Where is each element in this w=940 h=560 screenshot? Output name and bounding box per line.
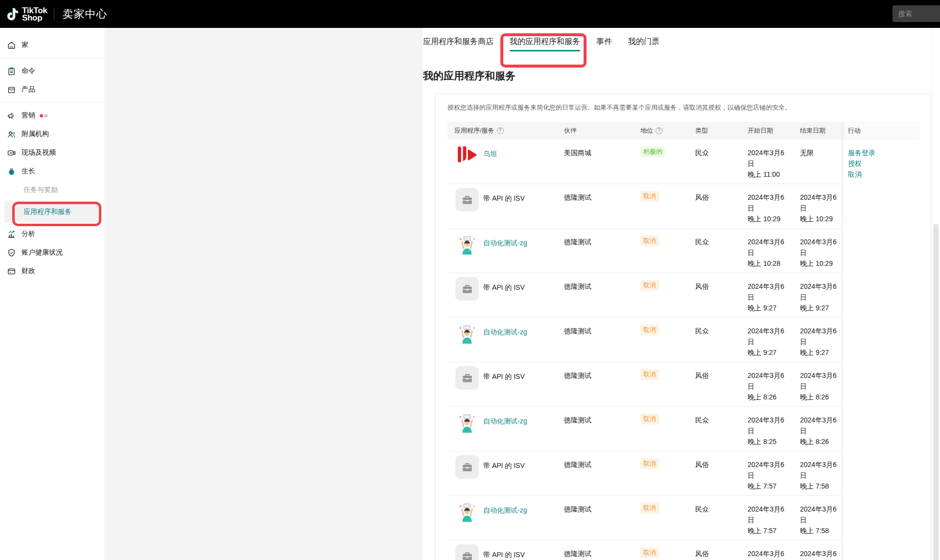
tab-app-service-store[interactable]: 应用程序和服务商店: [423, 37, 494, 51]
search-input[interactable]: 搜索: [893, 5, 940, 22]
date-line: 晚上 7:57: [748, 525, 800, 536]
app-cell: 带 API 的 ISV: [447, 451, 564, 496]
sidebar-item-label: 分析: [22, 230, 35, 238]
type-cell: 民众: [695, 496, 748, 540]
live-video-icon: [7, 148, 16, 158]
app-cell: 自动化测试-zg: [447, 318, 564, 362]
partner-cell: 德隆测试: [564, 407, 640, 451]
sidebar-item-label: 现场及视频: [22, 148, 56, 157]
partner-cell: 德隆测试: [564, 496, 640, 540]
date-line: 2024年3月6: [748, 504, 800, 514]
sidebar-item-label: 产品: [22, 85, 35, 94]
help-icon[interactable]: ?: [656, 127, 662, 134]
app-name-link[interactable]: 乌坦: [483, 148, 497, 184]
sidebar: 家命令产品营销附属机构现场及视频生长任务与奖励应用程序和服务分析账户健康状况财政: [0, 28, 105, 560]
sidebar-item-label: 命令: [22, 67, 35, 75]
authorization-description: 授权您选择的应用程序或服务来简化您的日常运营。如果不再需要某个应用或服务，请取消…: [436, 93, 931, 112]
sidebar-item-marketing[interactable]: 营销: [0, 106, 104, 125]
date-line: 日: [748, 381, 800, 392]
table-row: 带 API 的 ISV德隆测试取消风俗2024年3月6日晚上 10:292024…: [447, 184, 920, 229]
table-row: 带 API 的 ISV德隆测试取消风俗2024年3月6日2024年3月6日: [447, 540, 920, 560]
date-line: 2024年3月6: [800, 326, 842, 336]
app-name-link[interactable]: 自动化测试-zg: [483, 505, 527, 540]
person-illustration: [455, 233, 479, 256]
marketing-icon: [7, 111, 16, 120]
action-link[interactable]: 取消: [848, 169, 920, 180]
sidebar-item-sub-10[interactable]: 应用程序和服务: [4, 201, 100, 223]
sidebar-item-analytics[interactable]: 分析: [0, 225, 104, 243]
date-line: 日: [748, 158, 800, 169]
col-start-date: 开始日期: [748, 126, 800, 135]
date-line: 晚上 10:29: [748, 213, 800, 224]
sidebar-item-account-health[interactable]: 账户健康状况: [0, 243, 104, 262]
help-icon[interactable]: ?: [497, 127, 504, 134]
date-line: 无限: [800, 147, 842, 158]
date-line: 晚上 9:27: [800, 347, 842, 358]
table-body: 乌坦美国商城积极的民众2024年3月6日晚上 11:00无限服务登录授权取消带 …: [447, 140, 920, 560]
sidebar-item-growth[interactable]: 生长: [0, 162, 104, 181]
scrollbar-thumb[interactable]: [933, 224, 939, 560]
partner-cell: 德隆测试: [564, 362, 640, 407]
tab-my-tickets[interactable]: 我的门票: [628, 37, 659, 51]
status-cell: 积极的: [640, 140, 695, 184]
app-name-link[interactable]: 自动化测试-zg: [483, 237, 527, 273]
status-cell: 取消: [640, 184, 695, 229]
person-illustration: [455, 500, 479, 523]
partner-cell: 德隆测试: [564, 540, 640, 560]
col-status: 地位?: [640, 126, 695, 135]
action-cell: [842, 451, 920, 496]
date-line: 日: [800, 336, 842, 347]
tab-events[interactable]: 事件: [596, 37, 612, 51]
table-row: 乌坦美国商城积极的民众2024年3月6日晚上 11:00无限服务登录授权取消: [447, 140, 920, 184]
partner-cell: 美国商城: [564, 140, 640, 184]
app-cell: 自动化测试-zg: [447, 407, 564, 451]
status-cell: 取消: [640, 229, 695, 273]
scrollbar-track[interactable]: [932, 28, 940, 560]
type-cell: 民众: [695, 318, 748, 362]
end-date-cell: 2024年3月6日晚上 10:29: [800, 229, 842, 273]
status-cell: 取消: [640, 407, 695, 451]
person-illustration: [455, 411, 479, 434]
date-line: 2024年3月6: [800, 192, 842, 203]
action-cell: [842, 362, 920, 407]
sidebar-item-label: 家: [22, 41, 28, 49]
date-line: 2024年3月6: [748, 548, 800, 559]
end-date-cell: 无限: [800, 140, 842, 184]
end-date-cell: 2024年3月6日: [800, 540, 842, 560]
date-line: 2024年3月6: [800, 415, 842, 425]
app-name-link[interactable]: 自动化测试-zg: [483, 327, 527, 362]
sidebar-item-label: 附属机构: [22, 130, 49, 139]
sidebar-item-affiliate[interactable]: 附属机构: [0, 125, 104, 143]
partner-cell: 德隆测试: [564, 273, 640, 318]
status-cell: 取消: [640, 540, 695, 560]
col-action: 行动: [842, 122, 920, 140]
seller-center-title: 卖家中心: [62, 7, 107, 22]
end-date-cell: 2024年3月6日晚上 9:27: [800, 318, 842, 362]
status-cell: 取消: [640, 496, 695, 540]
app-name: 带 API 的 ISV: [483, 193, 525, 229]
partner-cell: 德隆测试: [564, 184, 640, 229]
action-cell: [842, 496, 920, 540]
date-line: 晚上 10:29: [800, 258, 842, 269]
tab-my-apps-services[interactable]: 我的应用程序和服务: [510, 37, 580, 51]
start-date-cell: 2024年3月6日晚上 8:26: [748, 362, 800, 407]
app-name-link[interactable]: 自动化测试-zg: [483, 416, 527, 451]
sidebar-item-live-video[interactable]: 现场及视频: [0, 143, 104, 162]
sidebar-item-label: 生长: [22, 167, 35, 176]
tiktok-shop-logo[interactable]: TikTok Shop: [5, 6, 47, 22]
date-line: 日: [800, 203, 842, 213]
date-line: 2024年3月6: [748, 236, 800, 247]
status-badge: 取消: [640, 235, 659, 246]
sidebar-item-orders[interactable]: 命令: [0, 62, 104, 80]
sidebar-item-sub-9[interactable]: 任务与奖励: [0, 181, 104, 199]
type-cell: 风俗: [695, 362, 748, 407]
type-cell: 风俗: [695, 184, 748, 229]
date-line: 晚上 9:27: [748, 347, 800, 358]
action-link[interactable]: 授权: [848, 158, 920, 169]
app-name: 带 API 的 ISV: [483, 282, 525, 318]
sidebar-item-home[interactable]: 家: [0, 36, 104, 54]
sidebar-item-products[interactable]: 产品: [0, 80, 104, 99]
status-cell: 取消: [640, 362, 695, 407]
sidebar-item-finance[interactable]: 财政: [0, 262, 104, 280]
action-link[interactable]: 服务登录: [848, 147, 920, 158]
